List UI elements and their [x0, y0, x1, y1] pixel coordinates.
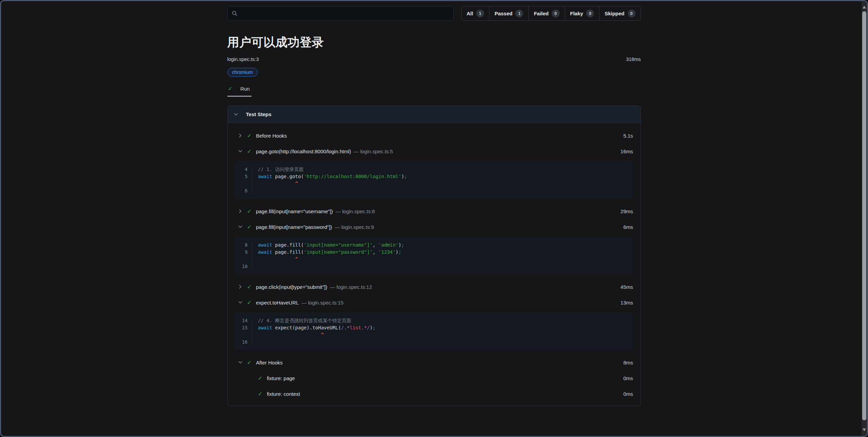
step-name: Before Hooks [256, 133, 287, 139]
filter-count-badge: 0 [628, 10, 636, 17]
filter-label: All [467, 11, 473, 16]
check-icon: ✓ [247, 208, 252, 215]
steps-list: ✓Before Hooks5.1s✓page.goto(http://local… [228, 123, 641, 406]
chevron-down-icon[interactable] [238, 224, 243, 229]
line-number [235, 180, 252, 187]
code-line: 15await expect(page).toHaveURL(/.*list.*… [235, 324, 634, 331]
code-snippet: 4// 1. 访问登录页面5await page.goto('http://lo… [235, 161, 634, 199]
step-duration: 8ms [623, 360, 633, 365]
line-number: 14 [235, 317, 252, 324]
filter-skipped[interactable]: Skipped0 [599, 6, 640, 20]
test-steps-title: Test Steps [246, 111, 272, 117]
step-duration: 0ms [623, 391, 633, 397]
test-steps-panel: Test Steps ✓Before Hooks5.1s✓page.goto(h… [227, 106, 641, 406]
chevron-down-icon[interactable] [238, 360, 243, 365]
step-name: expect.toHaveURL [256, 300, 299, 306]
code-line: 16 [235, 339, 634, 346]
filter-count-badge: 1 [515, 10, 523, 17]
code-line: ^ [235, 331, 634, 339]
filter-label: Skipped [605, 11, 624, 16]
step-location: — login.spec.ts:12 [330, 284, 372, 290]
step-row-4[interactable]: ✓page.fill(input[name="password"])— logi… [228, 219, 641, 235]
chevron-down-icon[interactable] [238, 300, 243, 305]
filter-failed[interactable]: Failed0 [528, 6, 564, 20]
line-number: 8 [235, 241, 252, 249]
step-row-3[interactable]: ✓page.fill(input[name="username"])— logi… [228, 203, 641, 219]
step-duration: 6ms [623, 224, 633, 230]
check-icon: ✓ [247, 132, 252, 139]
caret-marker: ^ [258, 332, 324, 338]
line-number: 6 [235, 187, 252, 194]
test-meta: login.spec.ts:3 318ms [227, 57, 641, 62]
step-duration: 45ms [621, 284, 633, 290]
filter-label: Failed [534, 11, 548, 16]
code-snippet: 8await page.fill('input[name="username"]… [235, 237, 634, 275]
check-icon: ✓ [247, 299, 252, 306]
step-name: fixture: context [267, 391, 300, 397]
step-row-10[interactable]: ✓fixture: page0ms [228, 370, 641, 386]
step-duration: 0ms [623, 375, 633, 381]
chevron-down-icon[interactable] [238, 149, 243, 154]
chevron-right-icon[interactable] [238, 133, 243, 138]
step-duration: 29ms [621, 208, 633, 214]
step-row-9[interactable]: ✓After Hooks8ms [228, 355, 641, 370]
test-title: 用户可以成功登录 [227, 34, 641, 50]
tab-run-label: Run [240, 86, 250, 92]
chevron-down-icon [234, 112, 238, 117]
filter-label: Passed [495, 11, 513, 16]
search-box[interactable] [227, 6, 454, 21]
step-row-7[interactable]: ✓expect.toHaveURL— login.spec.ts:1513ms [228, 295, 641, 310]
step-location: — login.spec.ts:15 [302, 300, 343, 306]
filter-count-badge: 0 [586, 10, 594, 17]
filter-label: Flaky [570, 11, 583, 16]
filter-chips: All1Passed1Failed0Flaky0Skipped0 [461, 6, 641, 21]
chevron-right-icon[interactable] [238, 284, 243, 289]
report-window: All1Passed1Failed0Flaky0Skipped0 用户可以成功登… [0, 0, 868, 437]
code-line: 5await page.goto('http://localhost:8000/… [235, 173, 634, 180]
check-icon: ✓ [247, 224, 252, 230]
step-name: After Hooks [256, 360, 283, 365]
step-row-6[interactable]: ✓page.click(input[type="submit"])— login… [228, 279, 641, 295]
code-line: ^ [235, 256, 634, 263]
code-line: ^ [235, 180, 634, 187]
step-name: page.click(input[type="submit"]) [256, 284, 327, 290]
code-line: 6 [235, 187, 634, 194]
code-line: 8await page.fill('input[name="username"]… [235, 241, 634, 249]
scrollbar[interactable] [862, 1, 867, 436]
filter-flaky[interactable]: Flaky0 [565, 6, 599, 20]
line-number [235, 256, 252, 263]
line-number: 15 [235, 324, 252, 331]
line-number: 9 [235, 249, 252, 256]
test-file-location[interactable]: login.spec.ts:3 [227, 57, 259, 62]
step-row-11[interactable]: ✓fixture: context0ms [228, 386, 641, 402]
check-icon: ✓ [258, 391, 262, 397]
code-line: 14// 4. 断言是否跳转到首页或某个特定页面 [235, 317, 634, 324]
line-number: 5 [235, 173, 252, 180]
tab-run[interactable]: ✓ Run [227, 83, 252, 97]
filter-all[interactable]: All1 [462, 6, 489, 20]
filter-passed[interactable]: Passed1 [489, 6, 529, 20]
scroll-up-arrow-icon[interactable] [863, 6, 866, 9]
caret-marker: ^ [258, 256, 298, 262]
code-snippet: 14// 4. 断言是否跳转到首页或某个特定页面15await expect(p… [235, 312, 634, 350]
step-duration: 16ms [621, 149, 633, 154]
step-row-1[interactable]: ✓page.goto(http://localhost:8000/login.h… [228, 143, 641, 159]
step-name: page.fill(input[name="password"]) [256, 224, 332, 230]
tab-bar: ✓ Run [227, 83, 641, 97]
line-number: 16 [235, 339, 252, 346]
project-badge-chromium[interactable]: chromium [227, 68, 258, 77]
scrollbar-thumb[interactable] [862, 11, 866, 420]
search-input[interactable] [240, 11, 449, 16]
filter-count-badge: 1 [476, 10, 484, 17]
check-icon: ✓ [258, 375, 262, 381]
line-number: 4 [235, 166, 252, 173]
test-steps-header[interactable]: Test Steps [228, 106, 641, 123]
step-duration: 5.1s [623, 133, 633, 139]
step-duration: 13ms [621, 300, 633, 306]
scroll-down-arrow-icon[interactable] [863, 428, 866, 431]
search-icon [232, 11, 238, 16]
caret-marker: ^ [258, 181, 298, 186]
step-name: page.goto(http://localhost:8000/login.ht… [256, 149, 351, 154]
chevron-right-icon[interactable] [238, 209, 243, 214]
step-row-0[interactable]: ✓Before Hooks5.1s [228, 128, 641, 143]
